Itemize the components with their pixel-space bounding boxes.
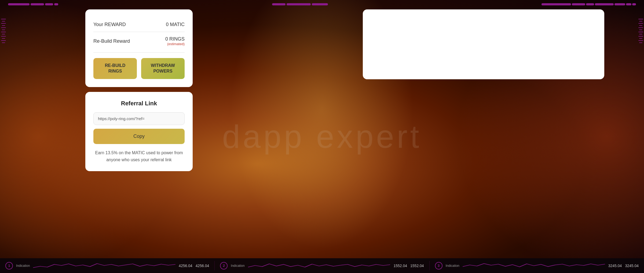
side-tick xyxy=(639,30,642,30)
referral-title: Referral Link xyxy=(93,100,185,107)
status-chart-2 xyxy=(248,262,390,269)
status-chart-3 xyxy=(463,262,605,269)
referral-link-input[interactable] xyxy=(93,112,185,125)
side-tick xyxy=(639,21,642,21)
status-section-3: 3 Indication 3245.04 3245.04 xyxy=(430,262,644,270)
top-navigation xyxy=(0,0,644,9)
referral-description: Earn 13.5% on the MATIC used to power fr… xyxy=(93,149,185,163)
divider xyxy=(93,52,185,53)
side-tick xyxy=(1,40,6,41)
side-tick xyxy=(1,32,6,32)
copy-button[interactable]: Copy xyxy=(93,129,185,144)
side-tick xyxy=(2,30,5,30)
side-tick xyxy=(639,34,642,34)
side-tick xyxy=(1,23,6,24)
reward-row-matic: Your REWARD 0 MATIC xyxy=(93,17,185,32)
reward-value-matic: 0 MATIC xyxy=(166,22,185,27)
nav-bar-right xyxy=(541,3,636,5)
nav-pill-r1 xyxy=(541,3,571,5)
side-tick xyxy=(2,34,5,34)
side-tick xyxy=(2,42,5,43)
side-tick xyxy=(2,21,5,21)
status-value-3b: 3245.04 xyxy=(625,264,639,268)
right-panel xyxy=(363,9,604,79)
status-section-2: 2 Indication 1552.04 1552.04 xyxy=(215,262,429,270)
rebuild-reward-value: 0 RINGS xyxy=(165,36,185,42)
side-tick xyxy=(1,19,6,19)
withdraw-powers-button[interactable]: WITHDRAW POWERS xyxy=(141,58,185,79)
bottom-status-bar: 1 Indication 4256.04 4256.04 2 Indicatio… xyxy=(0,258,644,273)
nav-pill-3 xyxy=(45,3,53,5)
rewards-card: Your REWARD 0 MATIC Re-Build Reward 0 RI… xyxy=(85,9,193,87)
rebuild-reward-label: Re-Build Reward xyxy=(93,38,130,44)
side-tick xyxy=(1,36,6,37)
nav-pill-r6 xyxy=(626,3,631,5)
status-chart-1 xyxy=(33,262,175,269)
action-buttons: RE-BUILD RINGS WITHDRAW POWERS xyxy=(93,58,185,79)
nav-pill-r4 xyxy=(595,3,614,5)
status-value-3a: 3245.04 xyxy=(608,264,622,268)
side-tick xyxy=(638,23,643,24)
side-tick xyxy=(2,38,5,39)
status-label-1: Indication xyxy=(16,264,30,268)
nav-pill-c3 xyxy=(312,3,328,5)
nav-pill-r2 xyxy=(572,3,585,5)
status-value-1a: 4256.04 xyxy=(179,264,192,268)
side-tick xyxy=(638,19,643,19)
nav-pill-r5 xyxy=(614,3,625,5)
nav-pill-c2 xyxy=(287,3,311,5)
status-circle-3: 3 xyxy=(435,262,442,270)
status-label-2: Indication xyxy=(231,264,244,268)
status-circle-1: 1 xyxy=(5,262,13,270)
side-decoration-right xyxy=(637,8,644,257)
status-label-3: Indication xyxy=(446,264,459,268)
side-tick xyxy=(638,36,643,37)
reward-label: Your REWARD xyxy=(93,22,126,27)
referral-card: Referral Link Copy Earn 13.5% on the MAT… xyxy=(85,92,193,171)
status-value-1b: 4256.04 xyxy=(196,264,209,268)
side-tick xyxy=(638,32,643,32)
status-value-2a: 1552.04 xyxy=(393,264,407,268)
side-tick xyxy=(638,27,643,28)
nav-pill-2 xyxy=(31,3,44,5)
side-tick xyxy=(639,42,642,43)
status-circle-2: 2 xyxy=(220,262,228,270)
nav-pill-r3 xyxy=(586,3,594,5)
side-decoration-left xyxy=(0,8,7,257)
nav-pill-1 xyxy=(8,3,30,5)
nav-pill-4 xyxy=(54,3,58,5)
side-tick xyxy=(638,40,643,41)
nav-pill-r7 xyxy=(632,3,636,5)
side-tick xyxy=(2,25,5,26)
side-tick xyxy=(1,27,6,28)
nav-bar-left xyxy=(8,3,58,5)
nav-bar-center xyxy=(272,3,328,5)
status-section-1: 1 Indication 4256.04 4256.04 xyxy=(0,262,214,270)
side-tick xyxy=(639,25,642,26)
status-value-2b: 1552.04 xyxy=(410,264,424,268)
rebuild-reward-sub: (estimated) xyxy=(165,42,185,46)
reward-row-rings: Re-Build Reward 0 RINGS (estimated) xyxy=(93,32,185,50)
nav-pill-c1 xyxy=(272,3,286,5)
rebuild-rings-button[interactable]: RE-BUILD RINGS xyxy=(93,58,137,79)
side-tick xyxy=(639,38,642,39)
